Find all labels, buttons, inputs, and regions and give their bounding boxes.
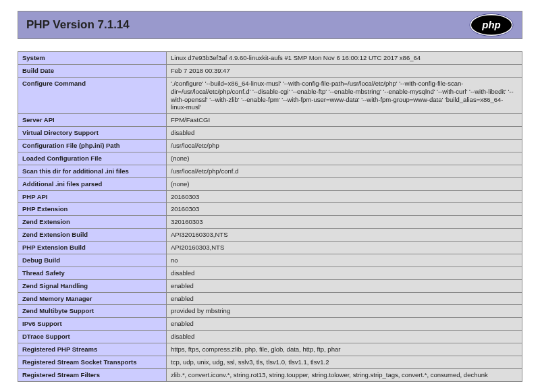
info-table-body: SystemLinux d7e93b3ef3af 4.9.60-linuxkit… — [18, 52, 522, 382]
table-row: Configure Command'./configure' '--build=… — [18, 77, 522, 114]
table-row: Zend Extension320160303 — [18, 216, 522, 229]
row-label: PHP Extension — [18, 203, 167, 216]
row-value: 320160303 — [167, 216, 522, 229]
row-value: disabled — [167, 127, 522, 140]
table-row: Zend Multibyte Supportprovided by mbstri… — [18, 305, 522, 318]
table-row: Configuration File (php.ini) Path/usr/lo… — [18, 140, 522, 152]
table-row: Registered Stream Filterszlib.*, convert… — [18, 368, 522, 381]
row-value: API320160303,NTS — [167, 229, 522, 242]
row-label: Configuration File (php.ini) Path — [18, 140, 167, 152]
row-value: https, ftps, compress.zlib, php, file, g… — [167, 343, 522, 356]
row-label: Registered Stream Socket Transports — [18, 356, 167, 368]
row-label: Debug Build — [18, 254, 167, 267]
table-row: Build DateFeb 7 2018 00:39:47 — [18, 64, 522, 77]
row-value: /usr/local/etc/php/conf.d — [167, 165, 522, 177]
row-label: DTrace Support — [18, 331, 167, 343]
row-value: FPM/FastCGI — [167, 114, 522, 127]
row-value: disabled — [167, 267, 522, 279]
table-row: Registered Stream Socket Transportstcp, … — [18, 356, 522, 368]
row-label: Zend Signal Handling — [18, 279, 167, 292]
table-row: Zend Memory Managerenabled — [18, 292, 522, 305]
row-label: Zend Extension — [18, 216, 167, 229]
table-row: Loaded Configuration File(none) — [18, 152, 522, 165]
row-value: provided by mbstring — [167, 305, 522, 318]
row-label: Build Date — [18, 64, 167, 77]
table-row: Server APIFPM/FastCGI — [18, 114, 522, 127]
row-label: Thread Safety — [18, 267, 167, 279]
php-logo-icon: php — [469, 13, 514, 36]
row-value: zlib.*, convert.iconv.*, string.rot13, s… — [167, 368, 522, 381]
row-value: Linux d7e93b3ef3af 4.9.60-linuxkit-aufs … — [167, 52, 522, 65]
php-logo-text: php — [481, 19, 501, 30]
table-row: Zend Signal Handlingenabled — [18, 279, 522, 292]
row-value: './configure' '--build=x86_64-linux-musl… — [167, 77, 522, 114]
row-value: Feb 7 2018 00:39:47 — [167, 64, 522, 77]
row-value: enabled — [167, 292, 522, 305]
row-label: IPv6 Support — [18, 318, 167, 331]
row-label: Registered PHP Streams — [18, 343, 167, 356]
row-label: Zend Extension Build — [18, 229, 167, 242]
row-value: 20160303 — [167, 190, 522, 203]
row-label: Additional .ini files parsed — [18, 177, 167, 190]
page-title: PHP Version 7.1.14 — [26, 18, 130, 32]
row-label: Zend Multibyte Support — [18, 305, 167, 318]
table-row: PHP Extension BuildAPI20160303,NTS — [18, 242, 522, 254]
row-label: Loaded Configuration File — [18, 152, 167, 165]
info-table: SystemLinux d7e93b3ef3af 4.9.60-linuxkit… — [18, 51, 522, 382]
phpinfo-page: PHP Version 7.1.14 php SystemLinux d7e93… — [0, 0, 540, 392]
table-row: Debug Buildno — [18, 254, 522, 267]
row-value: enabled — [167, 279, 522, 292]
table-row: Virtual Directory Supportdisabled — [18, 127, 522, 140]
row-value: API20160303,NTS — [167, 242, 522, 254]
row-label: Registered Stream Filters — [18, 368, 167, 381]
header: PHP Version 7.1.14 php — [18, 11, 522, 39]
table-row: PHP API20160303 — [18, 190, 522, 203]
row-label: PHP Extension Build — [18, 242, 167, 254]
table-row: Additional .ini files parsed(none) — [18, 177, 522, 190]
row-label: Configure Command — [18, 77, 167, 114]
table-row: Thread Safetydisabled — [18, 267, 522, 279]
row-value: disabled — [167, 331, 522, 343]
row-value: (none) — [167, 177, 522, 190]
table-row: Scan this dir for additional .ini files/… — [18, 165, 522, 177]
row-label: System — [18, 52, 167, 65]
table-row: DTrace Supportdisabled — [18, 331, 522, 343]
row-value: (none) — [167, 152, 522, 165]
table-row: SystemLinux d7e93b3ef3af 4.9.60-linuxkit… — [18, 52, 522, 65]
row-value: enabled — [167, 318, 522, 331]
row-label: Server API — [18, 114, 167, 127]
row-value: tcp, udp, unix, udg, ssl, sslv3, tls, tl… — [167, 356, 522, 368]
table-row: IPv6 Supportenabled — [18, 318, 522, 331]
row-value: /usr/local/etc/php — [167, 140, 522, 152]
table-row: PHP Extension20160303 — [18, 203, 522, 216]
row-label: Virtual Directory Support — [18, 127, 167, 140]
row-label: Scan this dir for additional .ini files — [18, 165, 167, 177]
row-value: 20160303 — [167, 203, 522, 216]
row-value: no — [167, 254, 522, 267]
row-label: Zend Memory Manager — [18, 292, 167, 305]
row-label: PHP API — [18, 190, 167, 203]
table-row: Registered PHP Streamshttps, ftps, compr… — [18, 343, 522, 356]
table-row: Zend Extension BuildAPI320160303,NTS — [18, 229, 522, 242]
